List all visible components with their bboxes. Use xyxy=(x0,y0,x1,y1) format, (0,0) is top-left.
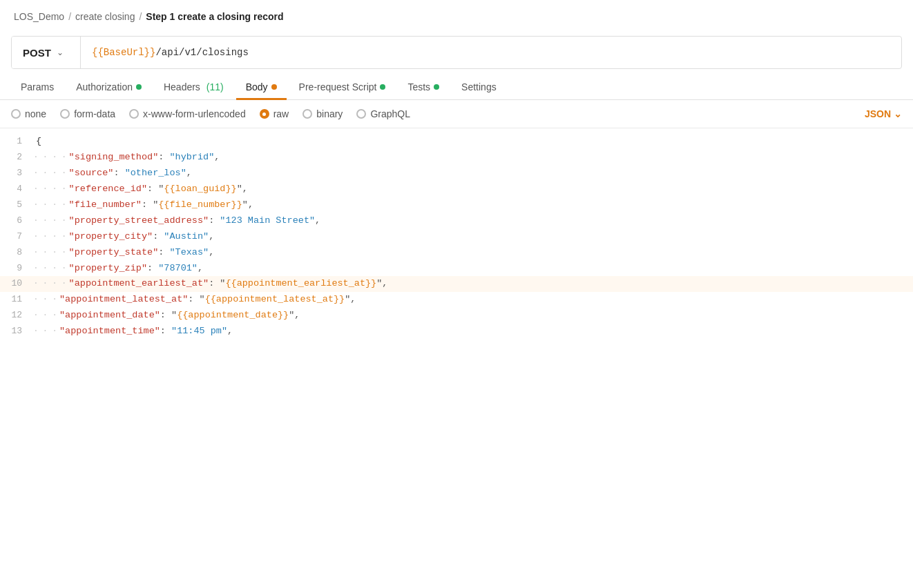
line-num-2: 2 xyxy=(0,150,33,165)
radio-none-label: none xyxy=(25,108,46,119)
radio-urlencoded-label: x-www-form-urlencoded xyxy=(143,108,246,119)
tab-headers[interactable]: Headers (11) xyxy=(154,75,233,99)
line-dots-9: · · · · xyxy=(33,261,66,276)
line-dots-11: · · · xyxy=(33,292,57,307)
line-num-8: 8 xyxy=(0,245,33,260)
json-chevron-icon: ⌄ xyxy=(894,108,902,119)
tab-prerequest-label: Pre-request Script xyxy=(299,81,377,92)
radio-none[interactable]: none xyxy=(11,108,46,119)
line-num-1: 1 xyxy=(0,134,33,149)
tab-body-label: Body xyxy=(246,81,268,92)
line-content-4: "reference_id": "{{loan_guid}}", xyxy=(69,182,913,197)
authorization-dot xyxy=(136,84,142,90)
breadcrumb: LOS_Demo / create closing / Step 1 creat… xyxy=(0,0,913,30)
line-content-13: "appointment_time": "11:45 pm", xyxy=(59,324,913,340)
tab-tests-label: Tests xyxy=(407,81,430,92)
code-line-6: 6 · · · · "property_street_address": "12… xyxy=(0,213,913,229)
radio-raw-circle xyxy=(260,109,269,119)
tab-prerequest[interactable]: Pre-request Script xyxy=(289,75,396,99)
tab-params-label: Params xyxy=(21,81,54,92)
body-options-bar: none form-data x-www-form-urlencoded raw… xyxy=(0,100,913,128)
tab-authorization-label: Authorization xyxy=(76,81,133,92)
tabs-bar: Params Authorization Headers (11) Body P… xyxy=(0,75,913,100)
line-content-2: "signing_method": "hybrid", xyxy=(69,150,913,166)
line-dots-13: · · · xyxy=(33,324,57,339)
radio-urlencoded[interactable]: x-www-form-urlencoded xyxy=(129,108,246,119)
code-line-9: 9 · · · · "property_zip": "78701", xyxy=(0,261,913,277)
radio-graphql-circle xyxy=(356,109,366,119)
url-path: /api/v1/closings xyxy=(155,47,248,58)
code-line-1: 1 { xyxy=(0,134,913,150)
json-format-dropdown[interactable]: JSON ⌄ xyxy=(865,108,902,119)
line-content-7: "property_city": "Austin", xyxy=(69,229,913,245)
breadcrumb-part1[interactable]: LOS_Demo xyxy=(14,11,64,22)
line-num-10: 10 xyxy=(0,276,33,291)
line-content-5: "file_number": "{{file_number}}", xyxy=(69,197,913,213)
code-line-3: 3 · · · · "source": "other_los", xyxy=(0,166,913,182)
line-num-9: 9 xyxy=(0,261,33,276)
json-format-label: JSON xyxy=(865,108,891,119)
url-input[interactable]: {{BaseUrl}}/api/v1/closings xyxy=(81,47,901,58)
line-num-4: 4 xyxy=(0,182,33,197)
line-content-9: "property_zip": "78701", xyxy=(69,261,913,277)
tab-settings-label: Settings xyxy=(461,81,497,92)
code-line-5: 5 · · · · "file_number": "{{file_number}… xyxy=(0,197,913,213)
line-content-8: "property_state": "Texas", xyxy=(69,245,913,261)
radio-binary[interactable]: binary xyxy=(302,108,343,119)
line-dots-12: · · · xyxy=(33,308,57,323)
url-base: {{BaseUrl}} xyxy=(92,47,155,58)
tab-settings[interactable]: Settings xyxy=(452,75,506,99)
line-num-7: 7 xyxy=(0,229,33,244)
code-line-11: 11 · · · "appointment_latest_at": "{{app… xyxy=(0,292,913,308)
radio-graphql[interactable]: GraphQL xyxy=(356,108,410,119)
radio-form-data[interactable]: form-data xyxy=(60,108,115,119)
line-num-3: 3 xyxy=(0,166,33,181)
method-label: POST xyxy=(23,47,51,59)
tab-authorization[interactable]: Authorization xyxy=(66,75,151,99)
code-editor[interactable]: 1 { 2 · · · · "signing_method": "hybrid"… xyxy=(0,128,913,345)
radio-none-circle xyxy=(11,109,21,119)
radio-raw[interactable]: raw xyxy=(260,108,289,119)
line-content-12: "appointment_date": "{{appointment_date}… xyxy=(59,308,913,324)
line-content-10: "appointment_earliest_at": "{{appointmen… xyxy=(69,276,913,292)
line-dots-8: · · · · xyxy=(33,245,66,260)
breadcrumb-part2[interactable]: create closing xyxy=(75,11,135,22)
line-num-13: 13 xyxy=(0,324,33,339)
tab-tests[interactable]: Tests xyxy=(398,75,449,99)
line-content-6: "property_street_address": "123 Main Str… xyxy=(69,213,913,229)
headers-count: (11) xyxy=(204,81,224,92)
line-content-1: { xyxy=(36,134,913,150)
line-dots-3: · · · · xyxy=(33,166,66,181)
request-bar: POST ⌄ {{BaseUrl}}/api/v1/closings xyxy=(11,36,902,69)
line-dots-4: · · · · xyxy=(33,182,66,197)
line-num-12: 12 xyxy=(0,308,33,323)
line-content-11: "appointment_latest_at": "{{appointment_… xyxy=(59,292,913,308)
chevron-down-icon: ⌄ xyxy=(57,48,64,57)
line-dots-5: · · · · xyxy=(33,197,66,213)
prerequest-dot xyxy=(380,84,385,90)
radio-binary-label: binary xyxy=(316,108,343,119)
line-content-3: "source": "other_los", xyxy=(69,166,913,182)
radio-graphql-label: GraphQL xyxy=(370,108,410,119)
tests-dot xyxy=(434,84,439,90)
radio-formdata-circle xyxy=(60,109,70,119)
line-dots-2: · · · · xyxy=(33,150,66,165)
line-num-11: 11 xyxy=(0,292,33,307)
body-dot xyxy=(271,84,277,90)
line-dots-10: · · · · xyxy=(33,276,66,291)
code-line-13: 13 · · · "appointment_time": "11:45 pm", xyxy=(0,324,913,340)
radio-raw-label: raw xyxy=(273,108,289,119)
line-dots-7: · · · · xyxy=(33,229,66,244)
code-line-7: 7 · · · · "property_city": "Austin", xyxy=(0,229,913,245)
tab-body[interactable]: Body xyxy=(236,75,287,99)
line-num-5: 5 xyxy=(0,197,33,213)
tab-headers-label: Headers xyxy=(164,81,200,92)
breadcrumb-sep1: / xyxy=(68,11,71,22)
radio-urlencoded-circle xyxy=(129,109,139,119)
method-selector[interactable]: POST ⌄ xyxy=(12,37,81,68)
breadcrumb-current: Step 1 create a closing record xyxy=(146,11,283,22)
radio-binary-circle xyxy=(302,109,312,119)
tab-params[interactable]: Params xyxy=(11,75,64,99)
code-line-10: 10 · · · · "appointment_earliest_at": "{… xyxy=(0,276,913,292)
code-line-4: 4 · · · · "reference_id": "{{loan_guid}}… xyxy=(0,182,913,197)
